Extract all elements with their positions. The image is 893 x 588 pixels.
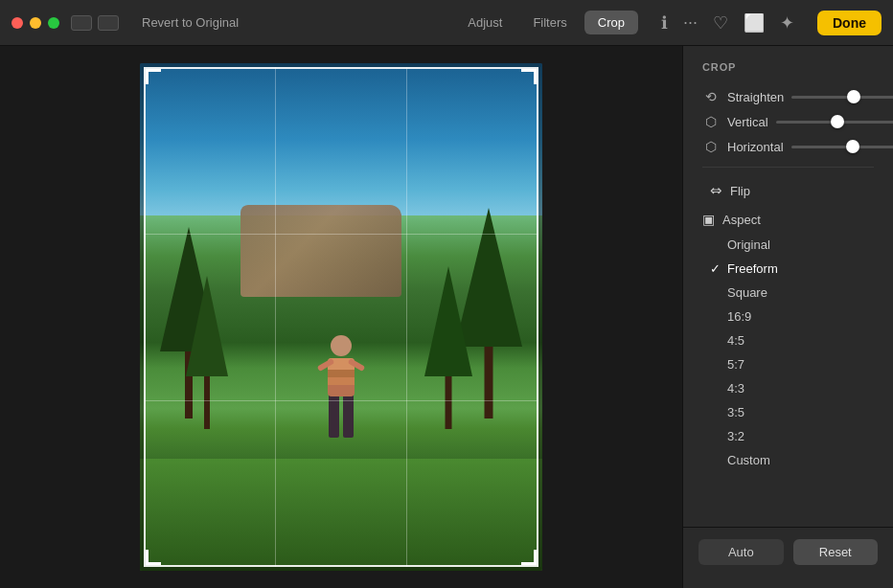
- titlebar: Revert to Original Adjust Filters Crop ℹ…: [0, 0, 893, 46]
- aspect-item-5-7[interactable]: 5:7: [683, 352, 893, 376]
- aspect-item-3-2[interactable]: 3:2: [683, 424, 893, 448]
- aspect-item-4-3[interactable]: 4:3: [683, 376, 893, 400]
- traffic-lights: [11, 17, 59, 29]
- cliff-element: [240, 205, 401, 296]
- aspect-item-label: 4:3: [727, 381, 744, 396]
- straighten-slider[interactable]: [791, 96, 893, 99]
- view-toggle-1[interactable]: [71, 15, 92, 31]
- revert-button[interactable]: Revert to Original: [134, 11, 246, 34]
- toolbar-icons: ℹ ··· ♡ ⬜ ✦ Done: [661, 11, 882, 35]
- favorite-icon[interactable]: ♡: [713, 12, 728, 34]
- main-content: CROP ⟲ Straighten 0° ⬡ Vertical 0° ⬡ Hor…: [0, 46, 893, 588]
- aspect-item-original[interactable]: Original: [683, 233, 893, 257]
- tree-right-small: [426, 266, 469, 429]
- info-icon[interactable]: ℹ: [661, 12, 668, 34]
- trunk: [204, 372, 210, 429]
- more-icon[interactable]: ···: [683, 12, 698, 33]
- flip-label: Flip: [730, 184, 750, 198]
- aspect-item-label: Square: [727, 285, 767, 300]
- horizontal-icon: ⬡: [702, 139, 720, 154]
- aspect-item-label: 3:2: [727, 429, 744, 443]
- vertical-slider[interactable]: [776, 121, 893, 124]
- tree-left-small: [188, 276, 226, 429]
- photo-canvas: [140, 63, 542, 571]
- aspect-item-label: 3:5: [727, 405, 744, 419]
- aspect-item-label: Custom: [727, 453, 770, 467]
- aspect-item-label: 16:9: [727, 309, 751, 324]
- flip-icon: ⇔: [710, 182, 722, 199]
- minimize-button[interactable]: [30, 17, 41, 29]
- photo-container: [140, 63, 542, 571]
- straighten-icon: ⟲: [702, 89, 720, 104]
- divider-1: [702, 167, 874, 168]
- aspect-header: ▣ Aspect: [683, 206, 893, 233]
- straighten-control: ⟲ Straighten 0°: [683, 84, 893, 109]
- aspect-item-4-5[interactable]: 4:5: [683, 328, 893, 352]
- straighten-label: Straighten: [727, 90, 784, 104]
- aspect-item-16-9[interactable]: 16:9: [683, 305, 893, 328]
- aspect-icon: ▣: [702, 212, 715, 227]
- aspect-item-freeform[interactable]: ✓ Freeform: [683, 257, 893, 281]
- aspect-item-label: Freeform: [727, 261, 778, 276]
- maximize-button[interactable]: [48, 17, 59, 29]
- vertical-label: Vertical: [727, 115, 768, 129]
- vertical-control: ⬡ Vertical 0°: [683, 109, 893, 134]
- tab-adjust[interactable]: Adjust: [454, 11, 515, 34]
- horizontal-control: ⬡ Horizontal 0°: [683, 134, 893, 159]
- photo-scene: [140, 63, 542, 571]
- aspect-list: Original ✓ Freeform Square 16:9 4:5 5:7 …: [683, 233, 893, 472]
- checkmark-icon: ✓: [710, 261, 721, 276]
- vertical-icon: ⬡: [702, 114, 720, 129]
- aspect-item-square[interactable]: Square: [683, 281, 893, 305]
- crop-section-title: CROP: [683, 57, 893, 84]
- horizontal-label: Horizontal: [727, 140, 784, 154]
- tab-crop[interactable]: Crop: [584, 11, 638, 34]
- canopy: [424, 266, 472, 376]
- person-figure: [317, 335, 365, 469]
- aspect-item-3-5[interactable]: 3:5: [683, 400, 893, 424]
- share-icon[interactable]: ⬜: [744, 12, 765, 34]
- auto-button[interactable]: Auto: [698, 539, 784, 565]
- aspect-item-label: 5:7: [727, 357, 744, 372]
- view-toggle-2[interactable]: [98, 15, 119, 31]
- horizontal-slider[interactable]: [791, 146, 893, 148]
- done-button[interactable]: Done: [817, 11, 882, 35]
- canopy: [186, 276, 228, 376]
- aspect-item-label: 4:5: [727, 333, 744, 348]
- nav-tabs: Adjust Filters Crop: [454, 11, 638, 34]
- tab-filters[interactable]: Filters: [519, 11, 580, 34]
- photo-area: [0, 46, 682, 588]
- aspect-item-custom[interactable]: Custom: [683, 448, 893, 472]
- reset-button[interactable]: Reset: [793, 539, 879, 565]
- aspect-label: Aspect: [722, 213, 761, 227]
- person-head: [331, 335, 352, 356]
- window-controls: [71, 15, 119, 31]
- shirt-stripe2: [328, 370, 355, 377]
- flip-button[interactable]: ⇔ Flip: [691, 175, 885, 206]
- close-button[interactable]: [11, 17, 23, 29]
- aspect-item-label: Original: [727, 237, 770, 252]
- magic-wand-icon[interactable]: ✦: [780, 12, 794, 34]
- right-panel: CROP ⟲ Straighten 0° ⬡ Vertical 0° ⬡ Hor…: [682, 46, 893, 588]
- person-arms: [317, 358, 365, 381]
- shirt-stripe3: [328, 377, 355, 385]
- foreground-grass: [140, 459, 542, 571]
- panel-footer: Auto Reset: [683, 527, 893, 577]
